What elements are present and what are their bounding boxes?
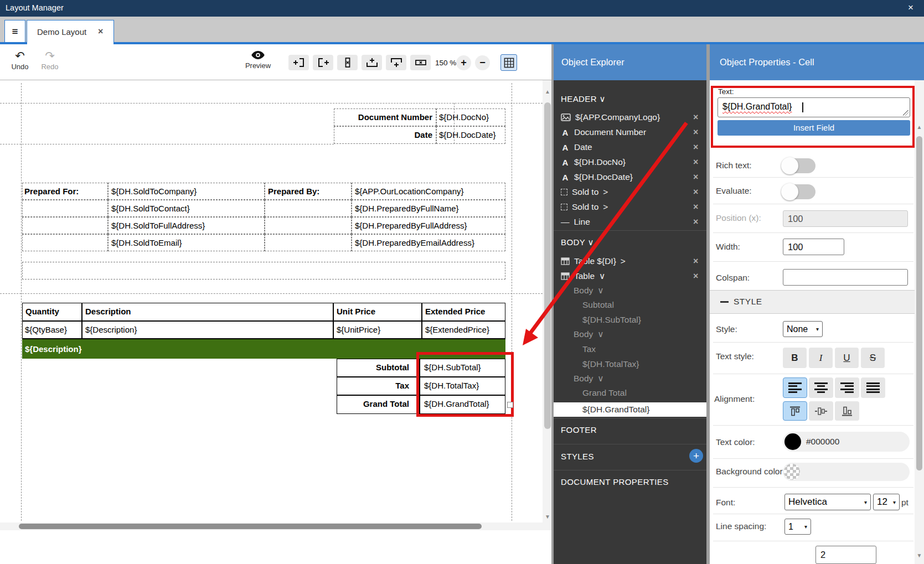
prepared-empty-cell[interactable]	[265, 234, 352, 251]
evaluate-toggle[interactable]	[782, 184, 815, 199]
strikethrough-button[interactable]: S	[861, 348, 885, 368]
prepared-for-header-cell[interactable]: Prepared For:	[22, 183, 108, 200]
tax-value-cell[interactable]: ${DH.TotalTax}	[420, 377, 505, 395]
tree-item-sold-to-1[interactable]: Sold to >	[561, 187, 608, 197]
doc-date-value-cell[interactable]: ${DH.DocDate}	[436, 126, 505, 144]
redo-button[interactable]: ↷ Redo	[38, 51, 62, 71]
group-description-row[interactable]: ${Description}	[22, 339, 505, 359]
tree-item-body-1[interactable]: Body ∨	[574, 286, 604, 296]
italic-button[interactable]: I	[809, 348, 833, 368]
prepared-empty-cell[interactable]	[22, 217, 108, 234]
zoom-in-button[interactable]: +	[456, 55, 471, 70]
delete-item-icon[interactable]: ×	[693, 142, 698, 152]
tree-item-grandtotal-field-selected[interactable]: ${DH.GrandTotal}	[554, 402, 706, 417]
insert-row-above-button[interactable]	[362, 55, 382, 70]
subtotal-value-cell[interactable]: ${DH.SubTotal}	[420, 359, 505, 377]
scroll-up-icon[interactable]: ▲	[915, 124, 924, 130]
style-section-header[interactable]: STYLE	[710, 290, 915, 314]
spacer-row[interactable]	[22, 262, 505, 280]
our-location-company-cell[interactable]: ${APP.OurLocationCompany}	[352, 183, 505, 200]
preview-button[interactable]: Preview	[244, 50, 272, 70]
cell-text-input[interactable]: ${DH.GrandTotal}	[717, 97, 910, 117]
background-color-picker[interactable]	[783, 463, 910, 481]
tree-item-body-3[interactable]: Body ∨	[574, 374, 604, 384]
sold-to-company-cell[interactable]: ${DH.SoldToCompany}	[108, 183, 265, 200]
delete-column-button[interactable]	[337, 55, 358, 70]
toggle-grid-button[interactable]	[500, 54, 517, 71]
align-right-button[interactable]	[835, 377, 859, 398]
insert-field-button[interactable]: Insert Field	[717, 120, 910, 136]
add-style-button[interactable]: +	[689, 449, 703, 463]
canvas-hscroll-thumb[interactable]	[19, 524, 482, 529]
prepared-empty-cell[interactable]	[265, 217, 352, 234]
menu-button[interactable]: ≡	[4, 20, 25, 43]
prepared-by-email-cell[interactable]: ${DH.PreparedByEmailAddress}	[352, 234, 505, 251]
col-header-extended-price[interactable]: Extended Price	[422, 303, 505, 321]
underline-button[interactable]: U	[835, 348, 859, 368]
tab-close-icon[interactable]: ×	[98, 27, 103, 37]
tree-item-tax[interactable]: Tax	[582, 344, 596, 354]
prepared-by-name-cell[interactable]: ${DH.PreparedByFullName}	[352, 200, 505, 217]
valign-bottom-button[interactable]	[835, 401, 859, 421]
tree-item-date[interactable]: A Date	[561, 142, 592, 152]
padding-input[interactable]	[815, 546, 876, 564]
qty-field-cell[interactable]: ${QtyBase}	[22, 321, 82, 339]
close-window-icon[interactable]: ×	[908, 2, 913, 13]
line-spacing-select[interactable]: 1 ▾	[784, 519, 811, 535]
tree-item-table[interactable]: Table ∨	[561, 271, 605, 281]
scroll-down-icon[interactable]: ▼	[915, 552, 924, 558]
doc-date-label-cell[interactable]: Date	[334, 126, 436, 144]
tree-item-document-number[interactable]: A Document Number	[561, 127, 646, 137]
tree-item-sold-to-2[interactable]: Sold to >	[561, 202, 608, 212]
sold-to-address-cell[interactable]: ${DH.SoldToFullAddress}	[108, 217, 265, 234]
align-left-button[interactable]	[783, 377, 807, 398]
col-header-unit-price[interactable]: Unit Price	[333, 303, 422, 321]
font-size-select[interactable]: 12 ▾	[873, 494, 900, 510]
delete-row-button[interactable]	[410, 55, 431, 70]
delete-item-icon[interactable]: ×	[693, 127, 698, 137]
description-field-cell[interactable]: ${Description}	[82, 321, 333, 339]
colspan-input[interactable]	[783, 269, 908, 286]
prepared-empty-cell[interactable]	[22, 234, 108, 251]
tree-item-subtotal[interactable]: Subtotal	[582, 300, 614, 310]
doc-number-label-cell[interactable]: Document Number	[334, 108, 436, 126]
delete-item-icon[interactable]: ×	[693, 112, 698, 122]
grand-total-value-cell[interactable]: ${DH.GrandTotal}	[420, 395, 505, 414]
width-input[interactable]	[783, 239, 844, 255]
valign-top-button[interactable]	[783, 401, 807, 421]
prepared-empty-cell[interactable]	[265, 200, 352, 217]
resize-handle-icon[interactable]	[903, 110, 908, 116]
sold-to-contact-cell[interactable]: ${DH.SoldToContact}	[108, 200, 265, 217]
section-styles[interactable]: STYLES	[561, 452, 594, 461]
tree-item-table-di[interactable]: Table ${DI} >	[561, 256, 626, 266]
section-body[interactable]: BODY ∨	[561, 237, 594, 247]
tree-item-docdate[interactable]: A ${DH.DocDate}	[561, 172, 633, 182]
delete-item-icon[interactable]: ×	[693, 157, 698, 167]
tree-item-company-logo[interactable]: ${APP.CompanyLogo}	[561, 112, 660, 122]
section-header[interactable]: HEADER ∨	[561, 94, 606, 104]
align-center-button[interactable]	[809, 377, 833, 398]
sold-to-email-cell[interactable]: ${DH.SoldToEmail}	[108, 234, 265, 251]
zoom-out-button[interactable]: −	[475, 55, 490, 70]
insert-column-after-button[interactable]	[313, 55, 333, 70]
style-select[interactable]: None ▾	[783, 321, 823, 337]
delete-item-icon[interactable]: ×	[693, 172, 698, 182]
font-family-select[interactable]: Helvetica ▾	[784, 494, 871, 510]
grand-total-label-cell[interactable]: Grand Total	[337, 395, 420, 414]
delete-item-icon[interactable]: ×	[693, 271, 698, 281]
tree-item-docno[interactable]: A ${DH.DocNo}	[561, 157, 626, 167]
prepared-by-header-cell[interactable]: Prepared By:	[265, 183, 352, 200]
doc-number-value-cell[interactable]: ${DH.DocNo}	[436, 108, 505, 126]
canvas-vscroll-thumb[interactable]	[544, 102, 551, 429]
delete-item-icon[interactable]: ×	[693, 217, 698, 227]
undo-button[interactable]: ↶ Undo	[8, 51, 32, 71]
prepared-empty-cell[interactable]	[22, 200, 108, 217]
tree-item-totaltax-field[interactable]: ${DH.TotalTax}	[582, 359, 639, 369]
text-color-picker[interactable]: #000000	[783, 432, 910, 452]
section-footer[interactable]: FOOTER	[561, 425, 597, 434]
tree-item-grand-total[interactable]: Grand Total	[582, 388, 627, 398]
tax-label-cell[interactable]: Tax	[337, 377, 420, 395]
align-justify-button[interactable]	[861, 377, 885, 398]
extended-price-field-cell[interactable]: ${ExtendedPrice}	[422, 321, 505, 339]
insert-row-below-button[interactable]	[386, 55, 406, 70]
